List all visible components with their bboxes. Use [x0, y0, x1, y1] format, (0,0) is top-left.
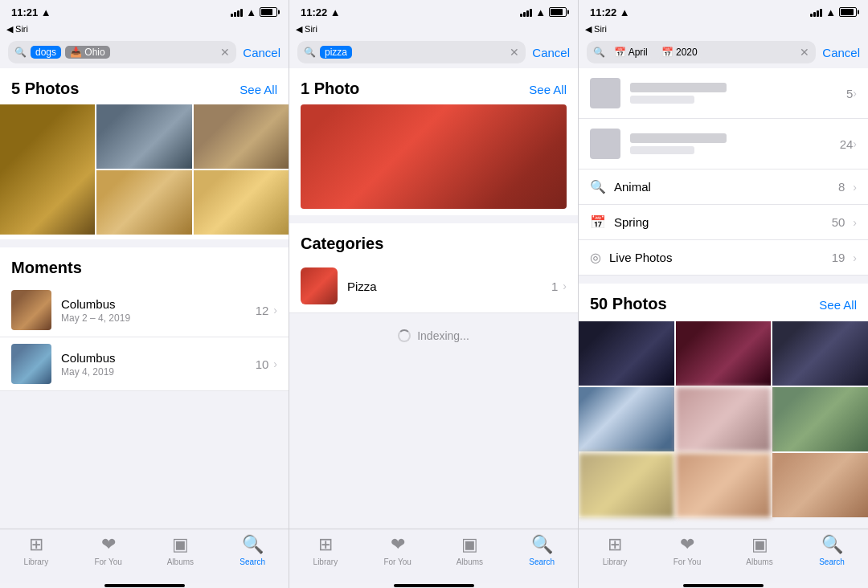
see-all-photos-2[interactable]: See All [529, 83, 567, 96]
search-tag-2020[interactable]: 📅 2020 [657, 46, 702, 59]
signal-icon-2 [520, 7, 532, 17]
status-bar-2: 11:22 ▲ ▲ [289, 0, 578, 22]
wifi-icon-1: ▲ [246, 6, 256, 18]
animal-icon: 🔍 [590, 179, 606, 194]
library-icon-3: ⊞ [608, 534, 622, 555]
spring-label: Spring [614, 215, 824, 229]
tab-albums-1[interactable]: ▣ Albums [145, 534, 217, 575]
siri-label-3: ◀ Siri [579, 22, 868, 36]
search-input-3[interactable]: 🔍 📅 April 📅 2020 ✕ [587, 41, 816, 63]
photos-count-3: 50 Photos [590, 295, 667, 313]
status-icons-1: ▲ [231, 6, 277, 18]
panel-april2020: 11:22 ▲ ▲ ◀ Siri 🔍 📅 April 📅 2020 ✕ Canc… [579, 0, 868, 588]
foryou-icon-3: ❤ [680, 534, 694, 555]
search-tag-april[interactable]: 📅 April [609, 46, 653, 59]
grid-photo-1[interactable] [579, 321, 674, 386]
result-subtitle-blur-2 [630, 146, 694, 154]
categories-title: Categories [289, 223, 578, 259]
tab-foryou-1[interactable]: ❤ For You [72, 534, 145, 575]
grid-photo-3[interactable] [772, 321, 868, 386]
pizza-photo-container[interactable] [289, 104, 578, 209]
moment-item-1[interactable]: Columbus May 2 – 4, 2019 12 › [0, 284, 289, 337]
moment-count-1: 12 [256, 304, 269, 317]
loading-spinner [398, 329, 411, 342]
search-input-1[interactable]: 🔍 dogs 📥 Ohio ✕ [8, 41, 236, 63]
photo-1-3[interactable] [194, 104, 289, 169]
status-time-1: 11:21 ▲ [11, 6, 51, 18]
status-bar-3: 11:22 ▲ ▲ [579, 0, 868, 22]
moment-item-2[interactable]: Columbus May 4, 2019 10 › [0, 337, 289, 391]
chevron-result-1: › [853, 87, 857, 100]
grid-photo-7[interactable] [579, 453, 674, 517]
cancel-button-1[interactable]: Cancel [243, 46, 280, 59]
tab-foryou-2[interactable]: ❤ For You [362, 534, 434, 575]
status-icons-3: ▲ [810, 6, 857, 18]
search-bar-2[interactable]: 🔍 pizza ✕ Cancel [289, 36, 578, 68]
spring-count: 50 [832, 215, 845, 229]
category-row-spring[interactable]: 📅 Spring 50 › [579, 205, 868, 240]
photo-grid-3 [579, 321, 868, 517]
tab-search-2[interactable]: 🔍 Search [506, 534, 578, 575]
search-tab-icon-1: 🔍 [242, 534, 264, 555]
grid-photo-4[interactable] [579, 387, 674, 451]
panel-pizza: 11:22 ▲ ▲ ◀ Siri 🔍 pizza ✕ Cancel [289, 0, 579, 588]
grid-photo-2[interactable] [676, 321, 772, 386]
search-clear-2[interactable]: ✕ [510, 46, 519, 59]
grid-photo-5[interactable] [676, 387, 772, 451]
see-all-photos-1[interactable]: See All [240, 83, 277, 96]
photo-1-2[interactable] [96, 104, 191, 169]
photo-1-4[interactable] [96, 170, 191, 235]
wifi-icon-3: ▲ [825, 6, 836, 18]
search-tag-pizza[interactable]: pizza [320, 46, 352, 59]
content-area-2: 1 Photo See All Categories Pizza 1 › Ind… [289, 68, 578, 529]
search-tag-dogs[interactable]: dogs [31, 46, 61, 59]
category-row-animal[interactable]: 🔍 Animal 8 › [579, 169, 868, 205]
photos-count-1: 5 Photos [11, 80, 79, 98]
tab-foryou-3[interactable]: ❤ For You [651, 534, 723, 575]
category-row-livephotos[interactable]: ◎ Live Photos 19 › [579, 240, 868, 276]
see-all-photos-3[interactable]: See All [819, 298, 857, 312]
search-clear-3[interactable]: ✕ [800, 46, 809, 59]
tab-foryou-label-3: For You [674, 557, 701, 566]
search-bar-1[interactable]: 🔍 dogs 📥 Ohio ✕ Cancel [0, 36, 289, 68]
photo-1-1[interactable] [0, 104, 95, 235]
tab-search-3[interactable]: 🔍 Search [796, 534, 868, 575]
grid-photo-6[interactable] [772, 387, 868, 451]
result-row-2[interactable]: 24 › [579, 119, 868, 169]
photos-count-2: 1 Photo [301, 80, 359, 98]
siri-label-2: ◀ Siri [289, 22, 578, 36]
tab-library-1[interactable]: ⊞ Library [0, 534, 72, 575]
cancel-button-3[interactable]: Cancel [822, 46, 860, 59]
photo-1-5[interactable] [194, 170, 289, 235]
tab-bar-1: ⊞ Library ❤ For You ▣ Albums 🔍 Search [0, 529, 289, 583]
home-indicator-3 [683, 584, 764, 587]
chevron-icon-1: › [273, 304, 277, 316]
cancel-button-2[interactable]: Cancel [532, 46, 570, 59]
categories-section: Categories Pizza 1 › [289, 223, 578, 313]
tab-bar-3: ⊞ Library ❤ For You ▣ Albums 🔍 Search [579, 529, 868, 583]
pizza-photo-main [301, 104, 567, 209]
tab-albums-2[interactable]: ▣ Albums [434, 534, 506, 575]
grid-photo-9[interactable] [772, 453, 868, 517]
grid-photo-8[interactable] [676, 453, 772, 517]
tab-foryou-label-1: For You [94, 557, 121, 566]
tab-library-3[interactable]: ⊞ Library [579, 534, 651, 575]
search-tag-ohio[interactable]: 📥 Ohio [65, 46, 110, 59]
result-thumb-1 [590, 78, 620, 108]
library-icon-2: ⊞ [318, 534, 333, 555]
moment-thumb-1 [11, 290, 51, 330]
tab-search-label-2: Search [529, 557, 555, 566]
category-pizza-row[interactable]: Pizza 1 › [289, 259, 578, 313]
search-input-2[interactable]: 🔍 pizza ✕ [297, 41, 526, 63]
result-row-1[interactable]: 5 › [579, 68, 868, 119]
search-bar-3[interactable]: 🔍 📅 April 📅 2020 ✕ Cancel [579, 36, 868, 68]
result-subtitle-blur-1 [630, 96, 694, 104]
tab-albums-3[interactable]: ▣ Albums [723, 534, 796, 575]
battery-icon-2 [549, 7, 567, 17]
siri-label-1: ◀ Siri [0, 22, 289, 36]
tab-library-2[interactable]: ⊞ Library [289, 534, 362, 575]
search-clear-1[interactable]: ✕ [220, 46, 230, 59]
status-icons-2: ▲ [520, 6, 567, 18]
tab-search-1[interactable]: 🔍 Search [216, 534, 289, 575]
albums-icon-2: ▣ [461, 534, 478, 555]
